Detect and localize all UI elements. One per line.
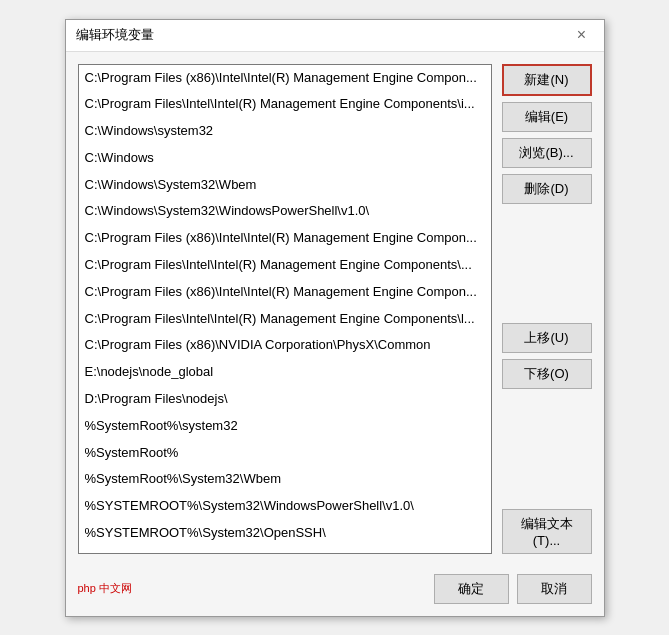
dialog-footer: php 中文网 确定 取消: [66, 566, 604, 616]
list-item[interactable]: D:\Program Files\nodejs\: [79, 386, 491, 413]
list-item[interactable]: %SystemRoot%\System32\Wbem: [79, 466, 491, 493]
edit-env-dialog: 编辑环境变量 × C:\Program Files (x86)\Intel\In…: [65, 19, 605, 617]
close-button[interactable]: ×: [570, 23, 594, 47]
new-button[interactable]: 新建(N): [502, 64, 592, 96]
list-item[interactable]: C:\Program Files (x86)\Intel\Intel(R) Ma…: [79, 225, 491, 252]
list-item[interactable]: %SystemRoot%\system32: [79, 413, 491, 440]
watermark: php 中文网: [78, 581, 132, 596]
list-item[interactable]: C:\Windows\System32\WindowsPowerShell\v1…: [79, 198, 491, 225]
action-buttons: 新建(N) 编辑(E) 浏览(B)... 删除(D) 上移(U) 下移(O) 编…: [502, 64, 592, 554]
dialog-title: 编辑环境变量: [76, 26, 154, 44]
list-item[interactable]: %SystemRoot%: [79, 440, 491, 467]
list-item[interactable]: E:\nodejs\node_global: [79, 359, 491, 386]
list-item[interactable]: C:\Program Files (x86)\NVIDIA Corporatio…: [79, 332, 491, 359]
edit-button[interactable]: 编辑(E): [502, 102, 592, 132]
list-item[interactable]: E:\Program Files\Git\cmd: [79, 547, 491, 554]
list-item[interactable]: C:\Windows\System32\Wbem: [79, 172, 491, 199]
env-list[interactable]: C:\Program Files (x86)\Intel\Intel(R) Ma…: [78, 64, 492, 554]
browse-button[interactable]: 浏览(B)...: [502, 138, 592, 168]
list-item[interactable]: C:\Program Files (x86)\Intel\Intel(R) Ma…: [79, 65, 491, 92]
edit-text-button[interactable]: 编辑文本(T)...: [502, 509, 592, 554]
list-item[interactable]: C:\Windows\system32: [79, 118, 491, 145]
move-up-button[interactable]: 上移(U): [502, 323, 592, 353]
cancel-button[interactable]: 取消: [517, 574, 592, 604]
list-item[interactable]: C:\Program Files (x86)\Intel\Intel(R) Ma…: [79, 279, 491, 306]
move-down-button[interactable]: 下移(O): [502, 359, 592, 389]
list-item[interactable]: C:\Program Files\Intel\Intel(R) Manageme…: [79, 306, 491, 333]
list-item[interactable]: %SYSTEMROOT%\System32\WindowsPowerShell\…: [79, 493, 491, 520]
ok-button[interactable]: 确定: [434, 574, 509, 604]
list-item[interactable]: C:\Program Files\Intel\Intel(R) Manageme…: [79, 91, 491, 118]
dialog-body: C:\Program Files (x86)\Intel\Intel(R) Ma…: [66, 52, 604, 566]
title-bar: 编辑环境变量 ×: [66, 20, 604, 52]
list-item[interactable]: C:\Program Files\Intel\Intel(R) Manageme…: [79, 252, 491, 279]
list-item[interactable]: C:\Windows: [79, 145, 491, 172]
list-item[interactable]: %SYSTEMROOT%\System32\OpenSSH\: [79, 520, 491, 547]
delete-button[interactable]: 删除(D): [502, 174, 592, 204]
